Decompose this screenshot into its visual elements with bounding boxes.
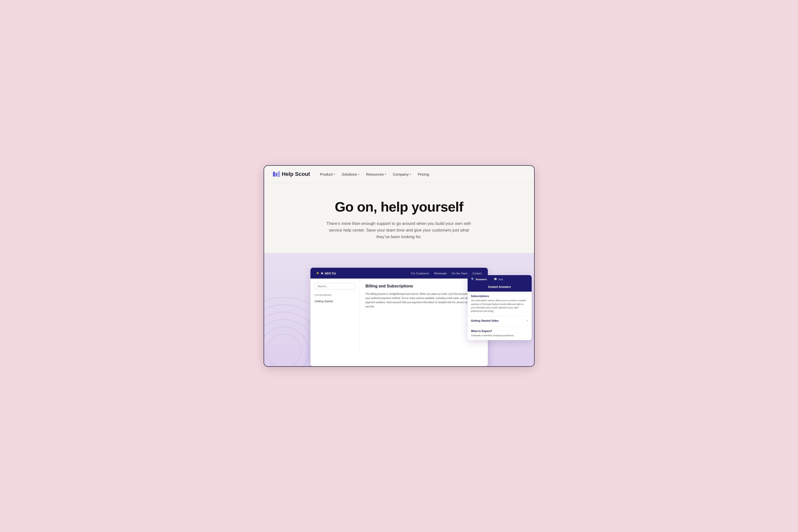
- nav-item-resources[interactable]: Resources ▾: [366, 172, 386, 176]
- search-icon: 🔍: [471, 278, 475, 281]
- demo-inner: ★ ★ J&G Co For Customers Wholesale For t…: [264, 268, 534, 366]
- nav-item-product[interactable]: Product ▾: [320, 172, 335, 176]
- ia-item-expect-text: Anticipate a seamless shopping experienc…: [471, 334, 528, 337]
- ia-tabs: 🔍 Answers 💬 Ask: [468, 275, 532, 283]
- jg-nav: ★ ★ J&G Co For Customers Wholesale For t…: [310, 268, 488, 279]
- nav-resources-label: Resources: [366, 172, 384, 176]
- svg-point-7: [264, 327, 308, 366]
- svg-rect-1: [276, 173, 278, 176]
- ia-tab-ask[interactable]: 💬 Ask: [490, 275, 506, 283]
- jg-search-input[interactable]: [315, 283, 355, 289]
- chevron-down-icon: ▾: [410, 173, 411, 176]
- jg-category-getting-started[interactable]: Getting Started: [315, 299, 355, 304]
- jg-logo-text: ★ J&G Co: [321, 271, 336, 275]
- jg-sidebar: CATEGORIES Getting Started: [310, 279, 360, 352]
- ia-tab-ask-label: Ask: [498, 278, 503, 281]
- nav-company-label: Company: [393, 172, 409, 176]
- ia-item-expect-title: What to Expect?: [471, 329, 528, 332]
- nav-item-solutions[interactable]: Solutions ▾: [342, 172, 359, 176]
- svg-point-6: [264, 320, 316, 366]
- hero-title: Go on, help yourself: [273, 199, 525, 215]
- ia-item-what-to-expect[interactable]: What to Expect? Anticipate a seamless sh…: [468, 327, 532, 340]
- jg-window: ★ ★ J&G Co For Customers Wholesale For t…: [310, 268, 488, 366]
- nav-product-label: Product: [320, 172, 332, 176]
- nav-solutions-label: Solutions: [342, 172, 357, 176]
- star-icon: ★: [316, 271, 319, 275]
- ia-item-subscriptions-title: Subscriptions: [471, 294, 528, 298]
- svg-rect-0: [273, 172, 275, 176]
- jg-article-text: The billing process is straightforward a…: [366, 292, 482, 309]
- chevron-down-icon: ▾: [358, 173, 359, 176]
- jg-nav-contact[interactable]: Contact: [473, 271, 482, 276]
- jg-content: CATEGORIES Getting Started Billing and S…: [310, 279, 488, 352]
- ia-item-subscriptions-text: Our subscription service allows you to r…: [471, 299, 528, 313]
- ia-item-subscriptions[interactable]: Subscriptions Our subscription service a…: [468, 291, 532, 316]
- logo-text: Help Scout: [282, 171, 310, 177]
- chevron-down-icon: ▾: [334, 173, 335, 176]
- demo-section: ★ ★ J&G Co For Customers Wholesale For t…: [264, 253, 534, 366]
- instant-answers-popup: 🔍 Answers 💬 Ask Instant Answers Subscrip…: [468, 275, 532, 340]
- svg-point-8: [267, 334, 301, 366]
- nav-item-pricing[interactable]: Pricing: [418, 172, 429, 176]
- jg-article-title: Billing and Subscriptions: [366, 284, 482, 288]
- nav-links: Product ▾ Solutions ▾ Resources ▾ Compan…: [320, 172, 429, 176]
- external-link-icon: ↗: [526, 320, 528, 322]
- logo-icon: [273, 171, 280, 177]
- jg-nav-links: For Customers Wholesale For the Team Con…: [411, 271, 482, 276]
- logo[interactable]: Help Scout: [273, 171, 310, 177]
- svg-rect-2: [278, 171, 280, 177]
- browser-frame: Help Scout Product ▾ Solutions ▾ Resourc…: [264, 165, 535, 367]
- ia-tab-answers-label: Answers: [476, 278, 487, 281]
- hero-section: Go on, help yourself There’s more than e…: [264, 183, 534, 253]
- chevron-down-icon: ▾: [385, 173, 386, 176]
- ia-header-title: Instant Answers: [471, 285, 528, 289]
- nav-item-company[interactable]: Company ▾: [393, 172, 411, 176]
- hero-subtitle: There’s more than enough support to go a…: [325, 220, 473, 241]
- ia-tab-answers[interactable]: 🔍 Answers: [468, 275, 491, 283]
- main-nav: Help Scout Product ▾ Solutions ▾ Resourc…: [264, 166, 534, 183]
- ia-item-video-title: Getting Started Video ↗: [471, 319, 528, 322]
- ia-header: Instant Answers: [468, 283, 532, 291]
- jg-nav-customers[interactable]: For Customers: [411, 271, 429, 276]
- jg-nav-wholesale[interactable]: Wholesale: [434, 271, 447, 276]
- chat-icon: 💬: [494, 278, 497, 281]
- jg-nav-team[interactable]: For the Team: [452, 271, 468, 276]
- ia-items: Subscriptions Our subscription service a…: [468, 291, 532, 340]
- jg-logo: ★ ★ J&G Co: [316, 271, 336, 275]
- ia-item-getting-started-video[interactable]: Getting Started Video ↗: [468, 316, 532, 327]
- jg-categories-label: CATEGORIES: [315, 294, 355, 296]
- nav-pricing-label: Pricing: [418, 172, 429, 176]
